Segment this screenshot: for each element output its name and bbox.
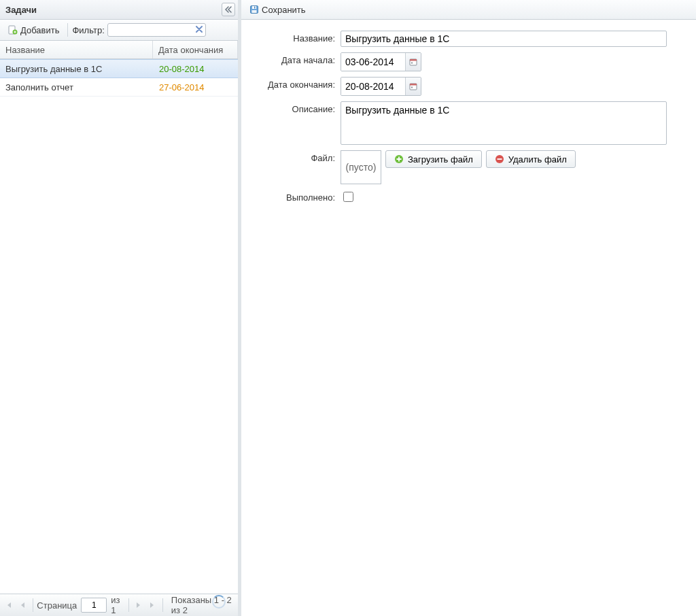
table-row[interactable]: Заполнить отчет27-06-2014: [0, 78, 238, 97]
add-circle-icon: [394, 154, 404, 164]
name-label: Название:: [255, 31, 341, 44]
start-date-picker-button[interactable]: [405, 53, 421, 71]
description-textarea[interactable]: [341, 101, 667, 145]
done-checkbox[interactable]: [343, 192, 353, 202]
svg-point-13: [495, 155, 504, 163]
upload-file-label: Загрузить файл: [408, 154, 473, 165]
svg-rect-2: [251, 6, 258, 14]
col-header-end-date[interactable]: Дата окончания: [153, 41, 238, 58]
page-first-button[interactable]: [3, 598, 15, 613]
end-date-picker-button[interactable]: [405, 78, 421, 95]
chevron-left-icon: [19, 601, 26, 609]
task-form: Название: Дата начала: Дата око: [241, 20, 696, 220]
page-next-button[interactable]: [133, 598, 145, 613]
row-end-date-cell: 20-08-2014: [154, 60, 238, 78]
svg-rect-4: [254, 7, 256, 9]
clear-filter-button[interactable]: [194, 24, 204, 34]
svg-rect-10: [410, 84, 417, 86]
paging-toolbar: Страница из 1 Показаны 1 - 2 из 2: [0, 594, 238, 616]
save-button[interactable]: Сохранить: [245, 3, 310, 16]
tasks-grid: Название Дата окончания Выгрузить данные…: [0, 41, 238, 594]
description-label: Описание:: [255, 101, 341, 114]
add-task-button[interactable]: Добавить: [4, 24, 63, 37]
paging-separator: [162, 598, 163, 612]
svg-rect-3: [252, 6, 256, 9]
upload-file-button[interactable]: Загрузить файл: [385, 150, 482, 168]
svg-point-1: [13, 30, 18, 35]
page-last-button[interactable]: [146, 598, 158, 613]
tasks-panel-header: Задачи: [0, 0, 238, 20]
svg-rect-6: [410, 59, 417, 65]
start-date-input[interactable]: [341, 53, 405, 71]
first-page-icon: [5, 601, 13, 609]
svg-point-12: [395, 155, 403, 163]
page-prev-button[interactable]: [16, 598, 29, 613]
row-title-cell: Заполнить отчет: [0, 78, 154, 96]
loading-spinner-icon: [212, 595, 226, 609]
remove-circle-icon: [495, 154, 504, 164]
col-header-title[interactable]: Название: [0, 41, 153, 58]
svg-rect-9: [410, 84, 417, 90]
svg-rect-14: [497, 158, 502, 160]
paging-separator: [33, 598, 33, 612]
page-of-label: из 1: [111, 595, 124, 615]
svg-rect-11: [411, 87, 413, 88]
start-date-label: Дата начала:: [255, 52, 341, 65]
paging-status: Показаны 1 - 2 из 2: [171, 595, 235, 615]
delete-file-button[interactable]: Удалить файл: [486, 150, 576, 168]
save-button-label: Сохранить: [262, 5, 306, 15]
detail-toolbar: Сохранить: [241, 0, 696, 20]
toolbar-separator: [67, 23, 68, 37]
delete-file-label: Удалить файл: [508, 154, 567, 165]
page-number-input[interactable]: [81, 598, 107, 613]
svg-rect-0: [9, 26, 15, 34]
row-end-date-cell: 27-06-2014: [154, 78, 238, 96]
close-icon: [196, 26, 203, 33]
table-row[interactable]: Выгрузить данные в 1С20-08-2014: [0, 59, 238, 78]
page-label: Страница: [37, 600, 77, 611]
done-label: Выполнено:: [255, 190, 341, 203]
collapse-panel-button[interactable]: [222, 3, 235, 16]
chevron-right-icon: [135, 601, 142, 609]
save-icon: [249, 5, 259, 14]
svg-rect-8: [411, 63, 413, 64]
tasks-toolbar: Добавить Фильтр:: [0, 20, 238, 41]
tasks-grid-header: Название Дата окончания: [0, 41, 238, 59]
end-date-input[interactable]: [341, 78, 405, 95]
detail-panel: Сохранить Название: Дата начала:: [241, 0, 696, 616]
chevron-double-left-icon: [225, 6, 232, 13]
end-date-label: Дата окончания:: [255, 77, 341, 90]
add-page-icon: [8, 25, 18, 35]
filter-input[interactable]: [107, 23, 206, 37]
name-input[interactable]: [341, 31, 667, 47]
tasks-grid-body: Выгрузить данные в 1С20-08-2014Заполнить…: [0, 59, 238, 594]
add-task-label: Добавить: [20, 25, 59, 35]
file-display: (пусто): [341, 150, 381, 184]
last-page-icon: [148, 601, 156, 609]
file-label: Файл:: [255, 150, 341, 163]
tasks-panel-title: Задачи: [5, 5, 37, 15]
calendar-icon: [409, 82, 417, 90]
svg-rect-7: [410, 59, 417, 61]
calendar-icon: [409, 58, 417, 66]
filter-label: Фильтр:: [72, 25, 104, 35]
tasks-panel: Задачи Добавить Фильтр:: [0, 0, 241, 616]
row-title-cell: Выгрузить данные в 1С: [0, 60, 154, 78]
paging-separator: [128, 598, 129, 612]
svg-rect-5: [252, 10, 257, 13]
